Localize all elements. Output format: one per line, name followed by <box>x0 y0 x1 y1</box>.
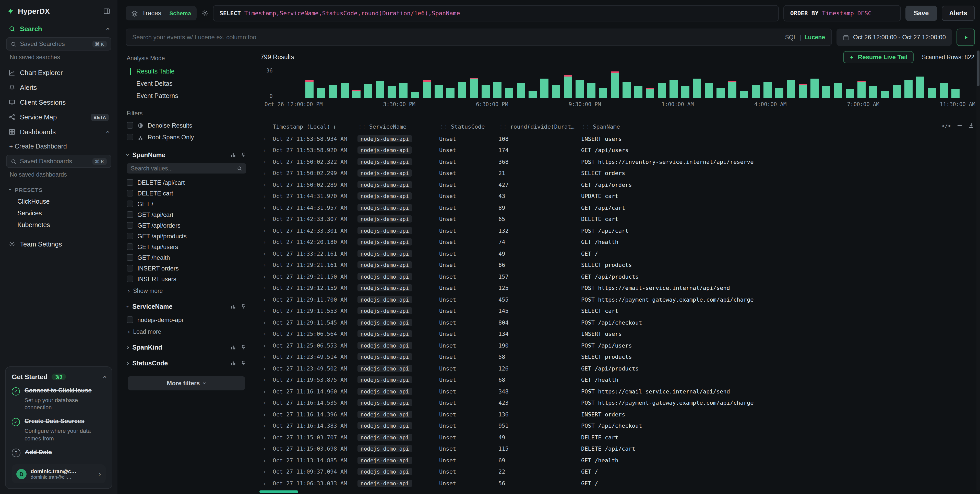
filter-option[interactable]: DELETE /api/cart <box>127 177 246 188</box>
row-expand-icon[interactable]: › <box>259 205 273 211</box>
histogram-bar[interactable] <box>587 83 595 98</box>
table-row[interactable]: ›Oct 27 11:29:21.161 AMnodejs-demo-apiUn… <box>259 259 975 271</box>
histogram-bar[interactable] <box>728 81 737 98</box>
row-expand-icon[interactable]: › <box>259 182 273 188</box>
resume-live-tail-button[interactable]: Resume Live Tail <box>843 51 913 63</box>
histogram-bar[interactable] <box>564 75 572 98</box>
filter-option[interactable]: GET /api/products <box>127 231 246 241</box>
collapse-sidebar-icon[interactable] <box>103 8 110 15</box>
row-expand-icon[interactable]: › <box>259 423 273 429</box>
table-row[interactable]: ›Oct 27 11:06:33.033 AMnodejs-demo-apiUn… <box>259 478 975 489</box>
source-selector[interactable]: Traces Schema <box>126 6 197 21</box>
histogram-bar[interactable] <box>411 92 419 98</box>
histogram-bar[interactable] <box>670 80 678 98</box>
chart-toggle-icon[interactable] <box>230 360 236 366</box>
table-row[interactable]: ›Oct 27 11:15:03.698 AMnodejs-demo-apiUn… <box>259 443 975 455</box>
histogram-bar[interactable] <box>458 82 466 98</box>
filter-group-spankind[interactable]: › SpanKind <box>127 343 246 351</box>
row-expand-icon[interactable]: › <box>259 228 273 234</box>
table-row[interactable]: ›Oct 27 11:29:11.700 AMnodejs-demo-apiUn… <box>259 294 975 305</box>
histogram-bar[interactable] <box>364 84 372 98</box>
pin-icon[interactable] <box>240 152 246 158</box>
mode-lucene-toggle[interactable]: Lucene <box>805 34 825 40</box>
get-started-item[interactable]: ✓ Create Data Sources Configure where yo… <box>12 418 106 442</box>
row-expand-icon[interactable]: › <box>259 458 273 463</box>
histogram-bar[interactable] <box>622 82 631 98</box>
checkbox[interactable] <box>127 254 133 261</box>
table-row[interactable]: ›Oct 27 11:42:33.307 AMnodejs-demo-apiUn… <box>259 214 975 225</box>
get-started-header[interactable]: Get Started 3/3 › <box>12 373 106 380</box>
drag-handle-icon[interactable]: ⋮⋮ <box>581 124 589 130</box>
table-row[interactable]: ›Oct 27 11:19:53.875 AMnodejs-demo-apiUn… <box>259 374 975 386</box>
histogram-bar[interactable] <box>928 88 936 98</box>
checkbox[interactable] <box>127 316 133 323</box>
histogram-bar[interactable] <box>540 79 549 98</box>
histogram-bar[interactable] <box>305 80 313 98</box>
row-expand-icon[interactable]: › <box>259 171 273 176</box>
select-query-editor[interactable]: SELECT Timestamp,ServiceName,StatusCode,… <box>213 5 779 21</box>
row-expand-icon[interactable]: › <box>259 251 273 257</box>
root-spans-only-toggle[interactable]: Root Spans Only <box>127 131 246 143</box>
histogram-bar[interactable] <box>775 88 783 98</box>
drag-handle-icon[interactable]: ⋮⋮ <box>439 124 447 130</box>
filter-option[interactable]: INSERT users <box>127 273 246 284</box>
table-row[interactable]: ›Oct 27 11:09:37.094 AMnodejs-demo-apiUn… <box>259 466 975 478</box>
chart-toggle-icon[interactable] <box>230 152 236 158</box>
filter-group-servicename[interactable]: › ServiceName <box>127 303 246 310</box>
pin-icon[interactable] <box>240 345 246 350</box>
filter-option[interactable]: GET / <box>127 199 246 209</box>
histogram-bar[interactable] <box>646 88 654 98</box>
get-started-item[interactable]: ? Add Data <box>12 449 106 457</box>
table-row[interactable]: ›Oct 27 11:23:49.502 AMnodejs-demo-apiUn… <box>259 363 975 374</box>
pin-icon[interactable] <box>240 303 246 309</box>
histogram-bar[interactable] <box>869 86 877 98</box>
histogram-bar[interactable] <box>493 82 501 98</box>
row-expand-icon[interactable]: › <box>259 148 273 153</box>
column-statuscode[interactable]: ⋮⋮StatusCode <box>439 124 498 130</box>
table-row[interactable]: ›Oct 27 11:29:11.545 AMnodejs-demo-apiUn… <box>259 317 975 329</box>
histogram-bar[interactable] <box>940 83 948 98</box>
sidebar-item-alerts[interactable]: Alerts <box>5 80 112 95</box>
histogram-bar[interactable] <box>881 91 889 98</box>
sidebar-item-service-map[interactable]: Service Map BETA <box>5 110 112 124</box>
histogram-bar[interactable] <box>752 85 760 98</box>
chart-toggle-icon[interactable] <box>230 303 236 309</box>
table-row[interactable]: ›Oct 27 11:50:02.322 AMnodejs-demo-apiUn… <box>259 156 975 168</box>
histogram-bar[interactable] <box>858 81 865 98</box>
save-button[interactable]: Save <box>906 6 937 21</box>
date-range-picker[interactable]: Oct 26 12:00:00 - Oct 27 12:00:00 <box>836 29 952 46</box>
row-expand-icon[interactable]: › <box>259 308 273 314</box>
table-row[interactable]: ›Oct 27 11:13:14.885 AMnodejs-demo-apiUn… <box>259 455 975 466</box>
histogram-bar[interactable] <box>329 85 337 98</box>
presets-section-header[interactable]: › PRESETS <box>5 183 112 195</box>
histogram-bar[interactable] <box>764 82 772 98</box>
denoise-results-toggle[interactable]: Denoise Results <box>127 119 246 131</box>
chart-toggle-icon[interactable] <box>230 345 236 350</box>
histogram-bar[interactable] <box>634 86 643 98</box>
filter-search-input[interactable] <box>131 165 234 172</box>
orderby-editor[interactable]: ORDER BY Timestamp DESC <box>784 5 901 21</box>
checkbox[interactable] <box>127 211 133 218</box>
run-search-button[interactable] <box>956 29 975 46</box>
analysis-mode-event-patterns[interactable]: Event Patterns <box>130 90 246 102</box>
row-expand-icon[interactable]: › <box>259 412 273 418</box>
filter-value-search[interactable] <box>127 163 246 173</box>
sidebar-item-team-settings[interactable]: Team Settings <box>5 237 112 252</box>
column-timestamp[interactable]: Timestamp (Local)↓ <box>273 124 358 130</box>
histogram-bar[interactable] <box>446 88 455 98</box>
histogram-bar[interactable] <box>423 80 431 98</box>
histogram-bar[interactable] <box>834 83 842 98</box>
histogram-bar[interactable] <box>740 91 748 98</box>
row-expand-icon[interactable]: › <box>259 435 273 440</box>
table-row[interactable]: ›Oct 27 11:29:21.150 AMnodejs-demo-apiUn… <box>259 271 975 283</box>
help-circle-icon[interactable]: ? <box>12 449 21 457</box>
row-expand-icon[interactable]: › <box>259 469 273 475</box>
drag-handle-icon[interactable]: ⋮⋮ <box>358 124 366 130</box>
mode-sql-toggle[interactable]: SQL <box>785 34 797 40</box>
preset-clickhouse[interactable]: ClickHouse <box>5 195 112 207</box>
pin-icon[interactable] <box>240 360 246 366</box>
histogram-bar[interactable] <box>799 84 807 98</box>
row-expand-icon[interactable]: › <box>259 286 273 291</box>
chevron-up-icon[interactable]: › <box>104 131 111 133</box>
row-expand-icon[interactable]: › <box>259 332 273 337</box>
